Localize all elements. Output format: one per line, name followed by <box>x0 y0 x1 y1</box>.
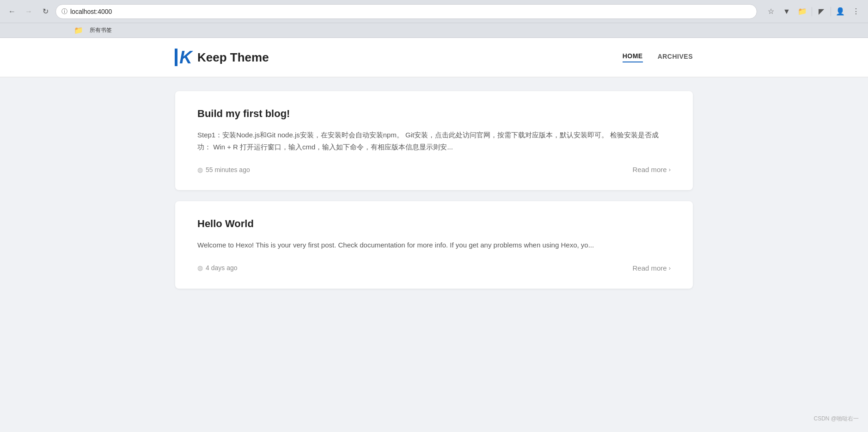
chevron-right-icon-1: › <box>669 166 671 173</box>
browser-chrome: ← → ↻ ⓘ localhost:4000 ☆ ▼ 📁 ◤ 👤 ⋮ <box>0 0 868 23</box>
post-time-1: ◍ 55 minutes ago <box>197 166 250 173</box>
post-card-2: Hello World Welcome to Hexo! This is you… <box>175 201 693 289</box>
profile-button[interactable]: 👤 <box>834 5 847 18</box>
logo-icon: K <box>175 47 192 68</box>
bookmarks-label[interactable]: 所有书签 <box>87 25 115 35</box>
post-excerpt-2: Welcome to Hexo! This is your very first… <box>197 239 671 251</box>
post-excerpt-1: Step1：安装Node.js和Git node.js安装，在安装时会自动安装n… <box>197 129 671 153</box>
split-screen-button[interactable]: ◤ <box>815 5 828 18</box>
read-more-2[interactable]: Read more › <box>632 264 671 272</box>
info-icon: ⓘ <box>61 7 67 16</box>
site-header: K Keep Theme HOME ARCHIVES <box>0 38 868 77</box>
chevron-right-icon-2: › <box>669 265 671 272</box>
downloads-button[interactable]: 📁 <box>796 5 809 18</box>
post-time-text-2: 4 days ago <box>206 264 238 272</box>
bookmarks-bar: 📁 所有书签 <box>0 23 868 38</box>
logo-k-letter: K <box>175 49 192 66</box>
read-more-1[interactable]: Read more › <box>632 166 671 173</box>
clock-icon-1: ◍ <box>197 166 203 173</box>
site-title: Keep Theme <box>197 50 269 65</box>
browser-divider <box>812 7 812 16</box>
nav-home[interactable]: HOME <box>623 52 643 62</box>
read-more-label-1: Read more <box>632 166 666 173</box>
address-bar[interactable]: ⓘ localhost:4000 <box>55 4 757 19</box>
site-main: Build my first blog! Step1：安装Node.js和Git… <box>157 91 711 289</box>
url-text: localhost:4000 <box>70 8 751 15</box>
reload-button[interactable]: ↻ <box>39 5 52 18</box>
bookmark-star-button[interactable]: ☆ <box>764 5 777 18</box>
site-logo[interactable]: K Keep Theme <box>175 47 269 68</box>
post-time-2: ◍ 4 days ago <box>197 264 238 272</box>
menu-button[interactable]: ⋮ <box>850 5 862 18</box>
post-title-2: Hello World <box>197 218 671 230</box>
clock-icon-2: ◍ <box>197 264 203 272</box>
post-footer-2: ◍ 4 days ago Read more › <box>197 264 671 272</box>
folder-icon: 📁 <box>74 26 83 35</box>
extensions-button[interactable]: ▼ <box>780 5 793 18</box>
nav-archives[interactable]: ARCHIVES <box>658 53 693 62</box>
read-more-label-2: Read more <box>632 264 666 272</box>
browser-divider-2 <box>831 7 831 16</box>
post-title-1: Build my first blog! <box>197 108 671 120</box>
back-button[interactable]: ← <box>6 5 18 18</box>
post-time-text-1: 55 minutes ago <box>206 166 250 173</box>
site-nav: HOME ARCHIVES <box>623 52 693 62</box>
forward-button[interactable]: → <box>22 5 35 18</box>
browser-actions: ☆ ▼ 📁 ◤ 👤 ⋮ <box>764 5 862 18</box>
post-card-1: Build my first blog! Step1：安装Node.js和Git… <box>175 91 693 190</box>
post-footer-1: ◍ 55 minutes ago Read more › <box>197 166 671 173</box>
